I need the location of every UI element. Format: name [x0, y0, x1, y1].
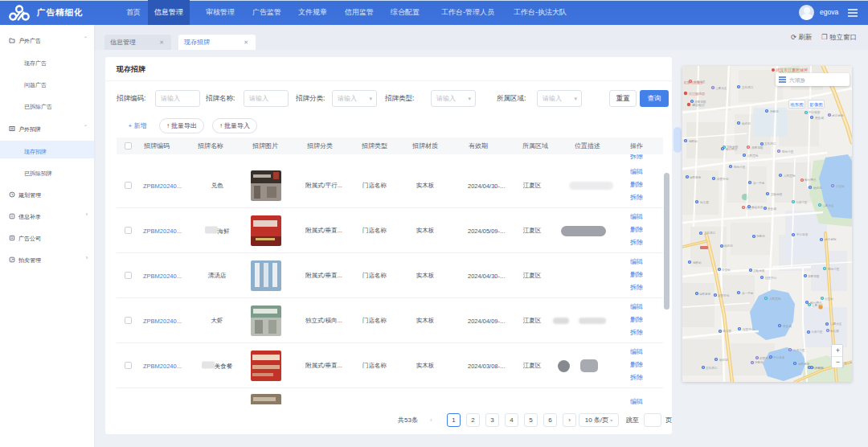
- svg-text:纸坊街: 纸坊街: [719, 358, 728, 362]
- svg-text:文化路口: 文化路口: [764, 141, 776, 146]
- svg-text:武汉学院: 武汉学院: [832, 113, 844, 117]
- svg-text:中心百货: 中心百货: [809, 110, 821, 114]
- svg-text:阳光小区: 阳光小区: [734, 165, 746, 169]
- svg-text:社区中心: 社区中心: [743, 327, 755, 331]
- svg-text:武汉学院: 武汉学院: [825, 237, 837, 241]
- svg-text:六湖小区: 六湖小区: [796, 200, 808, 204]
- svg-text:六湖小区: 六湖小区: [793, 348, 805, 352]
- svg-text:兴新街: 兴新街: [755, 360, 764, 364]
- svg-text:第一中学: 第一中学: [753, 182, 765, 185]
- svg-text:人民医院: 人民医院: [784, 174, 796, 178]
- svg-text:武汉市江夏区城管: 武汉市江夏区城管: [776, 68, 808, 73]
- svg-text:美食城: 美食城: [815, 116, 824, 120]
- svg-text:建设银行: 建设银行: [692, 103, 705, 107]
- svg-text:公交站: 公交站: [825, 297, 833, 301]
- svg-text:美食城: 美食城: [768, 207, 776, 211]
- svg-text:幼儿园: 幼儿园: [830, 330, 839, 333]
- svg-text:文化路口: 文化路口: [704, 231, 715, 235]
- svg-text:六湖小区: 六湖小区: [811, 330, 823, 334]
- svg-text:实验学校: 实验学校: [771, 192, 783, 196]
- svg-text:湖景花园: 湖景花园: [808, 275, 820, 278]
- svg-text:便民服务: 便民服务: [690, 176, 702, 179]
- svg-text:地铁站: 地铁站: [688, 139, 698, 143]
- svg-text:幼儿园: 幼儿园: [700, 201, 709, 204]
- svg-text:江夏大道: 江夏大道: [715, 87, 727, 90]
- svg-text:农贸市场: 农贸市场: [718, 293, 730, 297]
- svg-text:纸坊街: 纸坊街: [742, 121, 751, 125]
- svg-text:社区中心: 社区中心: [765, 276, 777, 280]
- svg-text:银行网点: 银行网点: [725, 147, 738, 151]
- svg-text:纸坊街: 纸坊街: [813, 186, 822, 190]
- svg-text:兴新街: 兴新街: [756, 234, 765, 238]
- svg-text:江夏大道: 江夏大道: [822, 204, 834, 207]
- svg-text:人民医院: 人民医院: [747, 154, 759, 158]
- svg-text:中心百货: 中心百货: [773, 355, 785, 359]
- svg-text:人民医院: 人民医院: [769, 297, 781, 301]
- svg-text:湖景花园: 湖景花园: [751, 146, 764, 150]
- svg-text:农贸市场: 农贸市场: [760, 356, 772, 360]
- svg-text:农贸市场: 农贸市场: [717, 177, 729, 181]
- svg-text:中心百货: 中心百货: [796, 232, 809, 236]
- svg-text:中心百货: 中心百货: [751, 205, 764, 209]
- svg-text:第一中学: 第一中学: [742, 292, 754, 295]
- svg-text:兴新街: 兴新街: [770, 109, 779, 113]
- svg-text:地铁站: 地铁站: [692, 260, 702, 265]
- svg-text:第一中学: 第一中学: [844, 362, 852, 365]
- svg-text:便民服务: 便民服务: [699, 293, 711, 296]
- svg-text:便民服务: 便民服务: [798, 363, 810, 366]
- svg-text:兴新街: 兴新街: [815, 366, 824, 370]
- svg-text:公交站: 公交站: [836, 184, 845, 188]
- svg-text:文化路口: 文化路口: [706, 366, 717, 370]
- svg-text:美食城: 美食城: [783, 324, 792, 328]
- svg-text:阳光小区: 阳光小区: [828, 267, 840, 271]
- svg-text:实验学校: 实验学校: [753, 269, 765, 273]
- svg-text:银行网点: 银行网点: [804, 178, 817, 182]
- svg-text:幼儿园: 幼儿园: [723, 330, 731, 333]
- svg-text:公交站: 公交站: [722, 268, 731, 272]
- svg-text:阳光小区: 阳光小区: [782, 150, 794, 154]
- svg-text:江夏大道: 江夏大道: [830, 322, 842, 326]
- svg-text:文化路口: 文化路口: [742, 85, 753, 89]
- svg-text:纸坊街: 纸坊街: [724, 244, 733, 248]
